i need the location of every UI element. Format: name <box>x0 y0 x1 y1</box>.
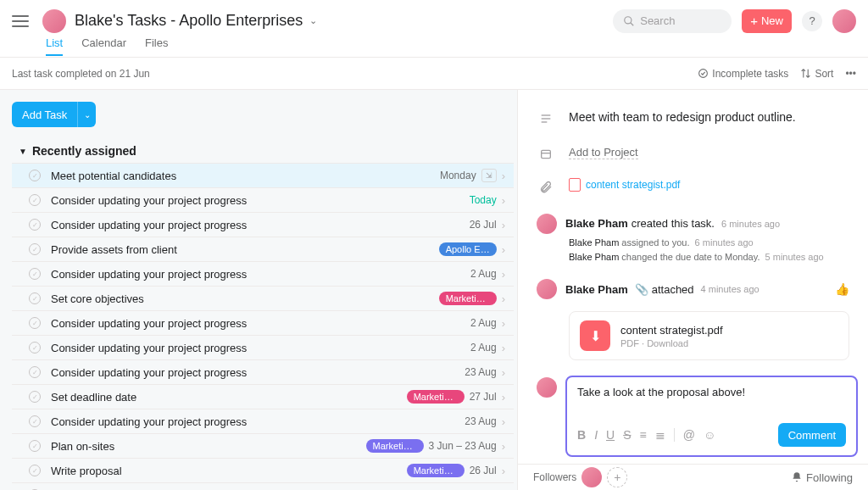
comment-avatar[interactable] <box>537 377 557 398</box>
project-tag[interactable]: Marketin… <box>407 464 465 477</box>
user-avatar[interactable] <box>832 9 856 33</box>
search-input[interactable]: Search <box>613 9 732 33</box>
description-icon <box>537 110 555 125</box>
complete-checkbox[interactable] <box>29 219 41 231</box>
task-date: 27 Jul <box>470 391 497 403</box>
task-row[interactable]: Provide assets from clientApollo En…› <box>12 237 514 261</box>
check-circle-icon <box>698 68 709 79</box>
complete-checkbox[interactable] <box>29 415 41 427</box>
task-row[interactable]: Set core objectivesMarketin…› <box>12 286 514 310</box>
strike-icon[interactable]: S <box>623 428 631 442</box>
bold-icon[interactable]: B <box>577 428 586 442</box>
activity-avatar[interactable] <box>537 214 557 234</box>
mention-icon[interactable]: @ <box>683 428 695 442</box>
chevron-right-icon: › <box>502 342 505 354</box>
task-date: Monday <box>440 170 476 181</box>
add-follower-button[interactable]: + <box>607 467 627 487</box>
task-row[interactable]: Consider updating your project progress2… <box>12 335 514 359</box>
task-date: 2 Aug <box>470 342 497 354</box>
complete-checkbox[interactable] <box>29 342 41 354</box>
task-row[interactable]: Consider updating your project progress2… <box>12 409 514 433</box>
workspace-avatar[interactable] <box>42 9 66 33</box>
task-row[interactable]: Consider updating your project progress2… <box>12 310 514 335</box>
number-list-icon[interactable]: ≣ <box>655 428 665 442</box>
sort-icon <box>800 68 811 79</box>
task-name: Consider updating your project progress <box>51 366 465 379</box>
project-tag[interactable]: Apollo En… <box>439 242 497 256</box>
complete-checkbox[interactable] <box>29 170 41 181</box>
complete-checkbox[interactable] <box>29 317 41 329</box>
followers-bar: Followers + Following <box>518 464 868 490</box>
project-tag[interactable]: Marketin… <box>439 292 497 305</box>
sort-button[interactable]: Sort <box>800 68 833 80</box>
task-row[interactable]: Consider updating your project progress2… <box>12 359 514 384</box>
activity-created: Blake Pham created this task. 6 minutes … <box>518 210 868 269</box>
project-tag[interactable]: Marketin… <box>366 439 424 453</box>
task-row[interactable]: Consider updating your project progressT… <box>12 482 514 490</box>
file-link[interactable]: content strategist.pdf <box>586 179 680 191</box>
task-row[interactable]: Meet potential candidatesMonday⇲› <box>12 163 514 187</box>
section-header[interactable]: ▼ Recently assigned <box>12 139 514 163</box>
emoji-icon[interactable]: ☺ <box>704 428 715 442</box>
task-name: Consider updating your project progress <box>51 194 470 207</box>
page-title: Blake's Tasks - Apollo Enterprises <box>75 12 303 30</box>
task-name: Consider updating your project progress <box>51 219 470 231</box>
help-button[interactable]: ? <box>802 11 822 31</box>
following-toggle[interactable]: Following <box>791 471 853 484</box>
project-icon <box>537 146 555 161</box>
add-to-project-link[interactable]: Add to Project <box>569 146 638 159</box>
new-button[interactable]: +New <box>742 9 792 33</box>
tab-calendar[interactable]: Calendar <box>81 36 126 56</box>
bullet-list-icon[interactable]: ≡ <box>639 428 646 442</box>
search-placeholder: Search <box>640 14 675 27</box>
complete-checkbox[interactable] <box>29 268 41 280</box>
more-actions[interactable]: ••• <box>845 68 856 80</box>
task-list: Meet potential candidatesMonday⇲›Conside… <box>12 163 514 490</box>
comment-button[interactable]: Comment <box>778 423 846 447</box>
task-row[interactable]: Plan on-sitesMarketin…3 Jun – 23 Aug› <box>12 433 514 458</box>
task-row[interactable]: Consider updating your project progress2… <box>12 212 514 237</box>
hamburger-icon[interactable] <box>12 15 29 27</box>
svg-line-1 <box>631 22 634 25</box>
tab-files[interactable]: Files <box>145 36 168 56</box>
complete-checkbox[interactable] <box>29 292 41 304</box>
chevron-right-icon: › <box>502 219 505 231</box>
task-row[interactable]: Consider updating your project progressT… <box>12 187 514 212</box>
tab-list[interactable]: List <box>46 36 63 56</box>
chevron-right-icon: › <box>502 366 505 379</box>
task-name: Consider updating your project progress <box>51 415 465 428</box>
chevron-down-icon[interactable]: ⌄ <box>309 15 317 26</box>
attachment-icon <box>537 178 555 193</box>
attachment-card[interactable]: ⬇ content strategist.pdf PDF · Download <box>569 311 849 360</box>
section-title: Recently assigned <box>32 144 136 158</box>
task-name: Consider updating your project progress <box>51 342 470 354</box>
bell-icon <box>791 471 803 483</box>
chevron-right-icon: › <box>502 170 505 182</box>
svg-point-2 <box>699 70 708 78</box>
toolbar: Last task completed on 21 Jun Incomplete… <box>0 58 868 90</box>
task-date: 2 Aug <box>470 317 497 329</box>
activity-avatar[interactable] <box>537 279 557 299</box>
follower-avatar[interactable] <box>581 467 602 487</box>
add-task-dropdown[interactable]: ⌄ <box>77 102 96 127</box>
subtask-badge: ⇲ <box>481 169 497 182</box>
task-date: 26 Jul <box>470 219 497 231</box>
project-tag[interactable]: Marketin… <box>407 390 465 404</box>
complete-checkbox[interactable] <box>29 440 41 452</box>
underline-icon[interactable]: U <box>606 428 615 442</box>
complete-checkbox[interactable] <box>29 366 41 378</box>
complete-checkbox[interactable] <box>29 465 41 476</box>
incomplete-filter[interactable]: Incomplete tasks <box>698 68 788 80</box>
add-task-button[interactable]: Add Task <box>12 102 77 127</box>
like-icon[interactable]: 👍 <box>835 282 849 296</box>
task-row[interactable]: Write proposalMarketin…26 Jul› <box>12 458 514 482</box>
comment-text[interactable]: Take a look at the proposal above! <box>577 386 846 423</box>
complete-checkbox[interactable] <box>29 243 41 255</box>
complete-checkbox[interactable] <box>29 194 41 206</box>
task-row[interactable]: Consider updating your project progress2… <box>12 261 514 286</box>
complete-checkbox[interactable] <box>29 391 41 403</box>
comment-input[interactable]: Take a look at the proposal above! B I U… <box>565 376 858 457</box>
task-list-pane: Add Task ⌄ ▼ Recently assigned Meet pote… <box>0 90 517 490</box>
italic-icon[interactable]: I <box>594 428 598 442</box>
task-row[interactable]: Set deadline dateMarketin…27 Jul› <box>12 384 514 409</box>
